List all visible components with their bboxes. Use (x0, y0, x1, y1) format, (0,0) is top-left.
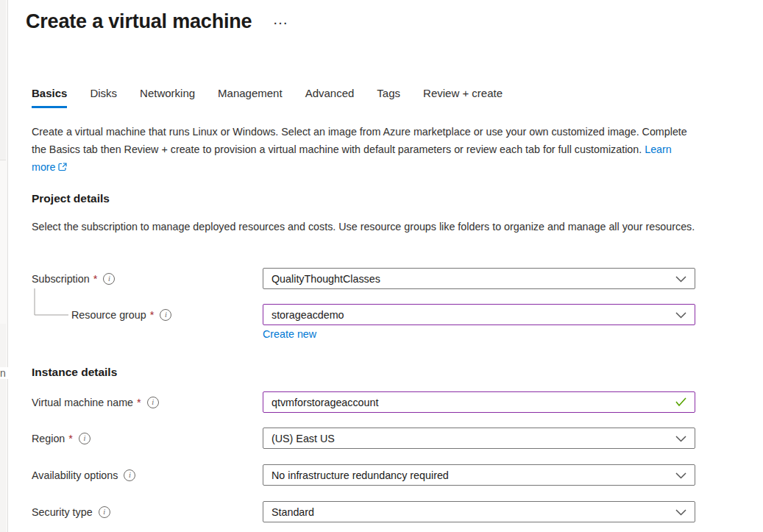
resource-group-row: Resource group * i storageacdemo (32, 304, 695, 325)
tab-tags[interactable]: Tags (377, 87, 400, 108)
chevron-down-icon (675, 272, 686, 285)
tab-advanced[interactable]: Advanced (305, 87, 355, 108)
project-details-description: Select the subscription to manage deploy… (32, 218, 700, 235)
underlying-page-edge: n (0, 0, 8, 532)
info-icon[interactable]: i (124, 469, 135, 481)
more-options-button[interactable]: ··· (274, 18, 288, 29)
subscription-value: QualityThoughtClasses (272, 273, 380, 285)
info-icon[interactable]: i (147, 397, 159, 408)
intro-text-body: Create a virtual machine that runs Linux… (32, 126, 687, 155)
vm-name-label-group: Virtual machine name * i (32, 397, 263, 408)
vm-name-label: Virtual machine name (32, 397, 133, 408)
availability-options-dropdown[interactable]: No infrastructure redundancy required (263, 464, 695, 486)
tab-review-create[interactable]: Review + create (423, 87, 503, 108)
required-asterisk: * (150, 309, 155, 321)
subscription-dropdown[interactable]: QualityThoughtClasses (263, 268, 695, 289)
chevron-down-icon (675, 506, 686, 519)
availability-options-row: Availability options i No infrastructure… (32, 464, 695, 486)
valid-check-icon (675, 396, 686, 409)
security-type-value: Standard (272, 506, 314, 518)
chevron-down-icon (675, 469, 686, 482)
tab-disks[interactable]: Disks (90, 87, 117, 108)
vm-name-input[interactable] (272, 397, 670, 408)
resource-group-label-group: Resource group * i (32, 309, 263, 321)
resource-group-label: Resource group (71, 309, 146, 321)
subscription-label-group: Subscription * i (32, 273, 263, 285)
underlying-page-edge-top (0, 0, 6, 160)
availability-options-label: Availability options (32, 469, 118, 481)
external-link-icon[interactable] (58, 159, 67, 177)
region-label-group: Region * i (32, 433, 263, 444)
security-type-label: Security type (32, 506, 93, 518)
security-type-dropdown[interactable]: Standard (263, 501, 695, 522)
required-asterisk: * (68, 433, 73, 444)
availability-options-value: No infrastructure redundancy required (272, 469, 449, 481)
security-type-label-group: Security type i (32, 506, 263, 518)
intro-text: Create a virtual machine that runs Linux… (32, 123, 695, 177)
chevron-down-icon (675, 308, 686, 322)
required-asterisk: * (93, 273, 98, 285)
tab-management[interactable]: Management (218, 87, 283, 108)
required-asterisk: * (137, 397, 141, 408)
region-dropdown[interactable]: (US) East US (263, 428, 695, 449)
instance-details-heading: Instance details (32, 366, 117, 379)
subscription-label: Subscription (32, 273, 90, 285)
resource-group-value: storageacdemo (272, 309, 344, 321)
vm-name-row: Virtual machine name * i (32, 391, 695, 413)
clipped-text-fragment: n (0, 367, 8, 379)
tab-networking[interactable]: Networking (140, 87, 195, 108)
chevron-down-icon (675, 432, 686, 445)
create-new-link[interactable]: Create new (263, 328, 316, 340)
region-row: Region * i (US) East US (32, 428, 695, 449)
vm-name-field (263, 391, 695, 413)
info-icon[interactable]: i (160, 309, 171, 321)
project-details-heading: Project details (32, 192, 110, 205)
resource-group-dropdown[interactable]: storageacdemo (263, 304, 695, 325)
blade-header: Create a virtual machine ··· (26, 10, 288, 33)
availability-options-label-group: Availability options i (32, 469, 263, 481)
subscription-row: Subscription * i QualityThoughtClasses (32, 268, 695, 289)
region-label: Region (32, 433, 65, 444)
create-vm-blade: Create a virtual machine ··· Basics Disk… (9, 0, 763, 532)
info-icon[interactable]: i (79, 433, 91, 444)
wizard-tabs: Basics Disks Networking Management Advan… (32, 87, 503, 108)
underlying-page-edge-bottom (0, 324, 6, 532)
info-icon[interactable]: i (99, 506, 110, 518)
page-title: Create a virtual machine (26, 10, 252, 33)
region-value: (US) East US (272, 433, 335, 444)
security-type-row: Security type i Standard (32, 501, 695, 522)
tab-basics[interactable]: Basics (32, 87, 67, 108)
info-icon[interactable]: i (103, 273, 115, 285)
